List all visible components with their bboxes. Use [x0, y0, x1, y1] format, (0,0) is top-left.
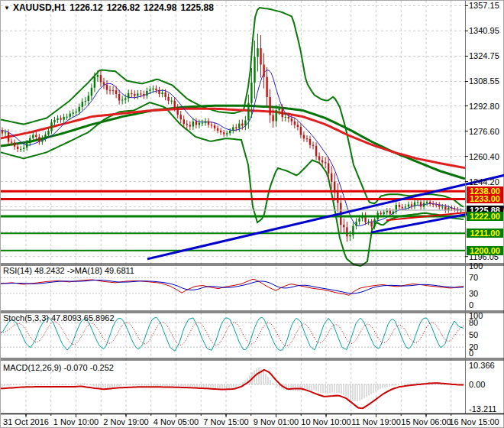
candle-body — [180, 115, 182, 119]
candle-body — [131, 93, 132, 94]
candle-body — [432, 204, 434, 205]
candle-body — [53, 120, 55, 122]
price-tag-1233.00: 1233.00 — [467, 194, 503, 203]
price-axis-label: 1244.20 — [469, 177, 499, 186]
candle-body — [63, 117, 64, 120]
candle-body — [186, 124, 188, 125]
rsi-axis-label: 0 — [469, 300, 473, 310]
candle-body — [300, 127, 302, 135]
price-tag-1200.00: 1200.00 — [467, 246, 503, 255]
candle-body — [100, 75, 102, 82]
candle-body — [405, 207, 406, 208]
candle-body — [76, 112, 77, 112]
time-axis-label: 7 Nov 15:00 — [203, 417, 248, 426]
ohlc-low: 1224.98 — [144, 2, 176, 13]
candle-body — [97, 75, 99, 77]
candle-body — [438, 205, 440, 207]
candle-body — [220, 131, 221, 132]
candle-body — [140, 94, 141, 95]
candle-body — [112, 90, 114, 91]
candle-body — [208, 122, 209, 125]
candle-body — [309, 139, 311, 145]
candle-body — [306, 138, 308, 139]
candle-body — [199, 123, 200, 125]
time-axis-label: 15 Nov 06:00 — [401, 417, 451, 426]
candle-body — [414, 203, 415, 206]
candle-body — [223, 132, 225, 134]
time-axis-label: 1 Nov 10:00 — [53, 417, 99, 426]
candle-body — [23, 148, 24, 149]
candle-body — [370, 222, 372, 226]
candle-body — [257, 48, 258, 57]
stoch-d-line[interactable] — [1, 322, 464, 346]
candle-body — [402, 207, 403, 208]
candle-body — [109, 90, 111, 91]
candle-body — [417, 202, 418, 203]
candle-body — [294, 122, 296, 125]
candle-body — [226, 133, 228, 134]
candle-body — [238, 124, 240, 128]
candle-body — [88, 96, 89, 101]
stoch-axis-label: 50 — [469, 330, 478, 339]
candle-body — [380, 213, 382, 215]
candle-body — [297, 125, 299, 127]
candle-body — [451, 208, 452, 209]
candle-body — [393, 212, 394, 214]
bollinger-lower-band[interactable] — [1, 102, 464, 266]
candle-body — [426, 202, 428, 203]
candle-body — [167, 97, 169, 101]
candle-body — [60, 118, 61, 120]
candle-body — [254, 57, 255, 83]
macd-signal-line[interactable] — [1, 370, 464, 408]
candle-body — [386, 210, 388, 212]
candle-body — [146, 91, 147, 96]
candle-body — [50, 122, 52, 131]
candle-body — [331, 173, 332, 182]
candle-body — [66, 117, 67, 118]
bollinger-upper-band[interactable] — [1, 8, 464, 207]
price-axis-label: 1276.60 — [469, 127, 499, 136]
ohlc-open: 1226.12 — [69, 2, 102, 13]
candle-body — [91, 88, 92, 96]
candle-body — [263, 65, 264, 77]
candle-body — [29, 138, 31, 144]
candle-body — [269, 97, 270, 115]
candle-body — [411, 205, 412, 206]
candle-body — [423, 203, 425, 207]
candle-body — [124, 99, 126, 100]
candle-body — [8, 132, 9, 141]
rsi-axis-label: 30 — [469, 289, 478, 298]
ohlc-high: 1226.82 — [107, 2, 140, 13]
candle-body — [285, 117, 286, 118]
candle-body — [266, 77, 267, 97]
ohlc-close: 1225.88 — [180, 2, 213, 13]
macd-axis-label: 0.00 — [469, 380, 485, 389]
rsi-axis-label: 70 — [469, 273, 478, 282]
candle-body — [134, 94, 135, 96]
price-axis-label: 1324.75 — [469, 51, 499, 60]
candle-body — [260, 48, 261, 64]
candle-body — [57, 118, 58, 120]
candle-body — [355, 222, 357, 226]
price-tag-1211.00: 1211.00 — [467, 229, 503, 238]
candle-body — [79, 107, 80, 112]
candle-body — [343, 225, 344, 227]
candle-body — [247, 103, 249, 121]
candle-body — [189, 125, 191, 127]
candle-body — [241, 124, 243, 126]
blue-fast-ma[interactable] — [1, 70, 464, 226]
symbol-dropdown-icon[interactable]: ▼ — [4, 5, 10, 11]
candle-body — [17, 147, 18, 149]
chart-window: ▼XAUUSD,H11226.121226.821224.981225.88 R… — [0, 0, 504, 428]
time-axis-label: 31 Oct 2016 — [3, 417, 49, 426]
candle-body — [192, 122, 194, 127]
candle-body — [229, 131, 231, 133]
candle-body — [121, 100, 123, 101]
candle-body — [174, 101, 176, 108]
candle-body — [315, 146, 317, 157]
macd-axis-label: -13.211 — [469, 404, 497, 413]
time-axis-label: 11 Nov 19:00 — [351, 417, 401, 426]
candle-body — [152, 89, 153, 89]
candle-body — [69, 114, 71, 117]
candle-body — [103, 83, 105, 85]
